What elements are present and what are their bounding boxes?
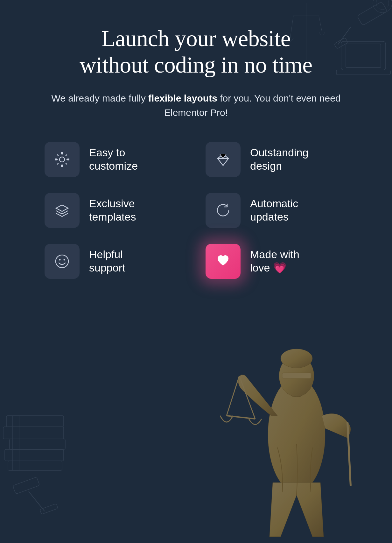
smiley-icon — [54, 253, 70, 269]
feature-made-with-love: Made with love 💗 — [206, 244, 347, 279]
layers-icon — [54, 202, 70, 218]
title-line1: Launch your website — [102, 26, 290, 51]
svg-point-32 — [56, 255, 68, 268]
title-line2: without coding in no time — [80, 52, 312, 78]
refresh-icon — [215, 202, 231, 218]
feature-automatic-updates: Automatic updates — [206, 193, 347, 228]
feature-label-outstanding-design: Outstanding design — [250, 142, 308, 173]
feature-icon-box-refresh — [206, 193, 241, 228]
feature-icon-box-smiley — [45, 244, 80, 279]
main-content: Launch your website without coding in no… — [0, 0, 392, 298]
svg-rect-12 — [6, 416, 64, 427]
feature-label-easy-to-customize: Easy to customize — [89, 142, 138, 173]
svg-rect-19 — [13, 477, 40, 494]
feature-exclusive-templates: Exclusive templates — [45, 193, 186, 228]
feature-label-automatic-updates: Automatic updates — [250, 193, 298, 224]
heart-icon — [215, 253, 231, 269]
page-wrapper: Launch your website without coding in no… — [0, 0, 392, 543]
svg-rect-13 — [3, 427, 64, 439]
svg-point-31 — [60, 157, 65, 162]
bottom-left-decoration — [0, 390, 89, 524]
svg-rect-15 — [5, 449, 64, 461]
svg-point-34 — [64, 259, 65, 260]
main-title: Launch your website without coding in no… — [45, 25, 347, 78]
feature-helpful-support: Helpful support — [45, 244, 186, 279]
feature-outstanding-design: Outstanding design — [206, 142, 347, 177]
subtitle: We already made fully flexible layouts f… — [45, 91, 347, 120]
svg-point-26 — [281, 349, 312, 368]
feature-icon-box-heart — [206, 244, 241, 279]
feature-icon-box-diamond — [206, 142, 241, 177]
feature-label-exclusive-templates: Exclusive templates — [89, 193, 136, 224]
subtitle-bold: flexible layouts — [148, 93, 217, 103]
diamond-icon — [215, 152, 231, 167]
svg-rect-25 — [282, 373, 311, 378]
svg-rect-14 — [10, 439, 65, 449]
features-grid: Easy to customize Outstanding design — [45, 142, 347, 279]
feature-icon-box-layers — [45, 193, 80, 228]
gear-icon — [54, 152, 70, 167]
svg-line-20 — [29, 491, 45, 511]
svg-rect-16 — [8, 461, 62, 470]
svg-line-27 — [227, 376, 239, 416]
feature-label-helpful-support: Helpful support — [89, 244, 125, 275]
justice-statue-decoration — [214, 327, 379, 543]
feature-label-made-with-love: Made with love 💗 — [250, 244, 299, 275]
subtitle-text: We already made fully — [51, 93, 148, 103]
feature-easy-to-customize: Easy to customize — [45, 142, 186, 177]
feature-icon-box-gear — [45, 142, 80, 177]
svg-point-33 — [59, 259, 61, 260]
